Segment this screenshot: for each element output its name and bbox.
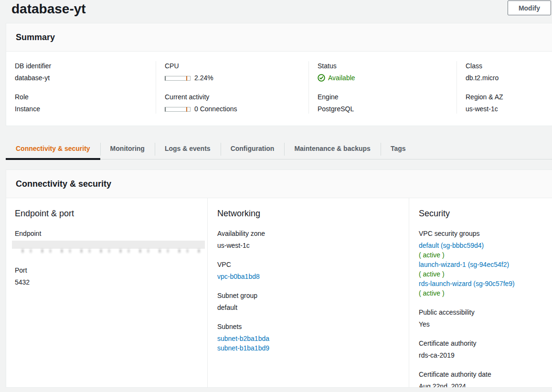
security-groups-list: default (sg-bbbc59d4) ( active ) launch-… [419, 241, 552, 298]
summary-panel-title: Summary [6, 23, 552, 52]
tab-connectivity-security[interactable]: Connectivity & security [6, 139, 100, 159]
region-az-label: Region & AZ [466, 92, 552, 102]
status-field: Status Available [318, 61, 456, 83]
security-group-link-1[interactable]: default (sg-bbbc59d4) [419, 242, 484, 249]
tab-configuration[interactable]: Configuration [221, 139, 285, 159]
certificate-authority-field: Certificate authority rds-ca-2019 [419, 339, 552, 360]
endpoint-port-heading: Endpoint & port [15, 208, 207, 219]
modify-button[interactable]: Modify [508, 0, 551, 15]
current-activity-label: Current activity [165, 92, 308, 102]
summary-column-class: Class db.t2.micro Region & AZ us-west-1c [456, 61, 552, 114]
region-az-field: Region & AZ us-west-1c [466, 92, 552, 114]
subnet-group-value: default [217, 303, 409, 312]
vpc-field: VPC vpc-b0ba1bd8 [217, 260, 409, 281]
availability-zone-value: us-west-1c [217, 241, 409, 250]
certificate-authority-date-label: Certificate authority date [419, 370, 552, 379]
connectivity-panel-title: Connectivity & security [6, 170, 552, 198]
connectivity-security-panel: Connectivity & security Endpoint & port … [6, 170, 552, 388]
cpu-gauge [165, 76, 191, 81]
public-accessibility-value: Yes [419, 319, 552, 329]
status-value-row: Available [318, 73, 456, 83]
page-header: database-yt Modify [0, 0, 552, 23]
subnet-link-2[interactable]: subnet-b1ba1bd9 [217, 344, 269, 352]
subnet-group-field: Subnet group default [217, 291, 409, 312]
security-group-link-3[interactable]: rds-launch-wizard (sg-90c57fe9) [419, 280, 515, 287]
subnets-field: Subnets subnet-b2ba1bda subnet-b1ba1bd9 [217, 322, 409, 353]
summary-panel: Summary DB identifier database-yt Role I… [6, 23, 552, 126]
networking-heading: Networking [217, 208, 409, 219]
security-column: Security VPC security groups default (sg… [409, 198, 552, 388]
summary-body: DB identifier database-yt Role Instance … [6, 52, 552, 126]
security-group-status-1: ( active ) [419, 250, 552, 260]
current-activity-field: Current activity 0 Connections [165, 92, 308, 114]
endpoint-field: Endpoint [15, 229, 207, 253]
public-accessibility-field: Public accessibility Yes [419, 307, 552, 329]
vpc-label: VPC [217, 260, 409, 269]
engine-field: Engine PostgreSQL [318, 92, 456, 114]
cpu-label: CPU [165, 61, 308, 71]
vpc-link[interactable]: vpc-b0ba1bd8 [217, 273, 260, 280]
certificate-authority-value: rds-ca-2019 [419, 350, 552, 360]
vpc-security-groups-label: VPC security groups [419, 229, 552, 238]
endpoint-port-column: Endpoint & port Endpoint Port 5432 [6, 198, 207, 388]
subnet-link-1[interactable]: subnet-b2ba1bda [217, 335, 269, 342]
engine-value: PostgreSQL [318, 104, 456, 114]
availability-zone-label: Availability zone [217, 229, 409, 238]
current-activity-gauge-tick [186, 107, 187, 112]
status-label: Status [318, 61, 456, 71]
port-field: Port 5432 [15, 265, 207, 287]
port-label: Port [15, 265, 207, 275]
cpu-value: 2.24% [194, 74, 213, 82]
connectivity-body: Endpoint & port Endpoint Port 5432 Netwo… [6, 198, 552, 388]
endpoint-label: Endpoint [15, 229, 207, 238]
tab-maintenance-backups[interactable]: Maintenance & backups [284, 139, 381, 159]
subnets-label: Subnets [217, 322, 409, 331]
status-value: Available [328, 73, 355, 83]
current-activity-gauge [165, 107, 191, 112]
summary-column-metrics: CPU 2.24% Current activity 0 Connections [156, 61, 308, 114]
certificate-authority-date-value: Aug 22nd, 2024 [419, 381, 552, 388]
endpoint-value-redacted [15, 241, 207, 253]
tab-logs-events[interactable]: Logs & events [155, 139, 221, 159]
role-label: Role [15, 92, 156, 102]
current-activity-value-row: 0 Connections [165, 104, 308, 114]
security-group-status-2: ( active ) [419, 269, 552, 279]
public-accessibility-label: Public accessibility [419, 307, 552, 317]
tab-monitoring[interactable]: Monitoring [100, 139, 155, 159]
current-activity-value: 0 Connections [194, 105, 237, 113]
security-group-link-2[interactable]: launch-wizard-1 (sg-94ec54f2) [419, 261, 509, 268]
cpu-gauge-tick [186, 76, 187, 81]
networking-column: Networking Availability zone us-west-1c … [207, 198, 409, 388]
certificate-authority-label: Certificate authority [419, 339, 552, 348]
check-circle-icon [318, 74, 325, 82]
summary-column-status: Status Available Engine PostgreSQL [308, 61, 456, 114]
page-title: database-yt [11, 0, 541, 18]
availability-zone-field: Availability zone us-west-1c [217, 229, 409, 250]
security-heading: Security [419, 208, 552, 219]
role-value: Instance [15, 104, 156, 114]
port-value: 5432 [15, 277, 207, 287]
db-identifier-value: database-yt [15, 73, 156, 83]
class-field: Class db.t2.micro [466, 61, 552, 83]
db-identifier-label: DB identifier [15, 61, 156, 71]
subnet-group-label: Subnet group [217, 291, 409, 300]
certificate-authority-date-field: Certificate authority date Aug 22nd, 202… [419, 370, 552, 388]
redaction-smudge [18, 249, 204, 253]
class-value: db.t2.micro [466, 73, 552, 83]
security-group-status-3: ( active ) [419, 288, 552, 298]
redaction-bar [12, 241, 205, 249]
class-label: Class [466, 61, 552, 71]
role-field: Role Instance [15, 92, 156, 114]
summary-column-identity: DB identifier database-yt Role Instance [6, 61, 156, 114]
region-az-value: us-west-1c [466, 104, 552, 114]
cpu-value-row: 2.24% [165, 73, 308, 83]
db-identifier-field: DB identifier database-yt [15, 61, 156, 83]
cpu-field: CPU 2.24% [165, 61, 308, 83]
engine-label: Engine [318, 92, 456, 102]
tab-tags[interactable]: Tags [381, 139, 416, 159]
detail-tabs: Connectivity & security Monitoring Logs … [6, 139, 552, 159]
